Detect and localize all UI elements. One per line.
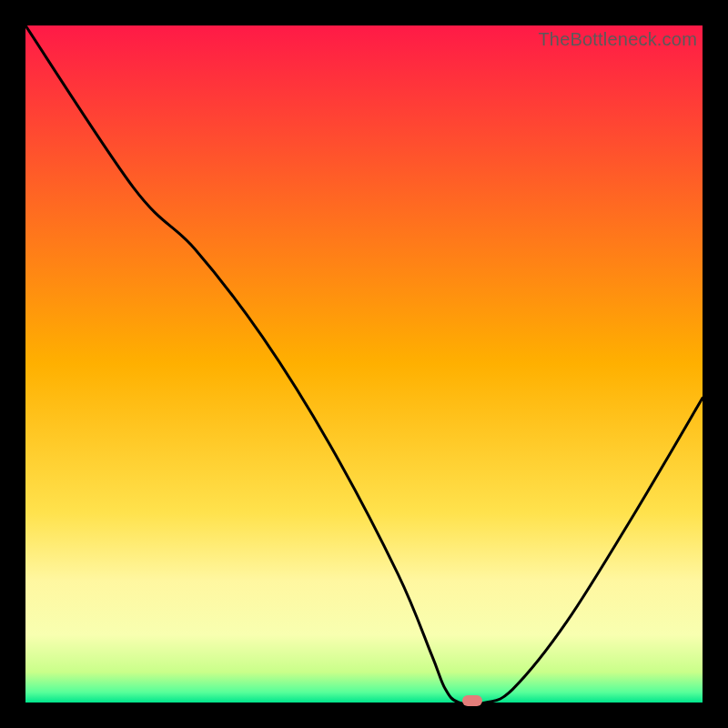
watermark-text: TheBottleneck.com bbox=[538, 29, 697, 50]
gradient-background bbox=[25, 25, 703, 703]
chart-frame: TheBottleneck.com bbox=[0, 0, 728, 728]
plot-area: TheBottleneck.com bbox=[25, 25, 703, 703]
chart-svg bbox=[25, 25, 703, 703]
optimal-marker bbox=[462, 695, 482, 706]
